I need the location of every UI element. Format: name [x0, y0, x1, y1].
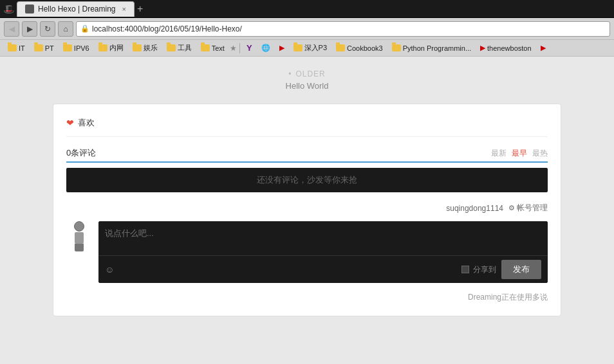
bookmark-pt[interactable]: PT	[30, 43, 58, 53]
avatar-legs	[75, 244, 84, 251]
avatar-body	[75, 232, 84, 244]
lock-icon: 🔒	[80, 24, 89, 33]
no-comments-text: 还没有评论，沙发等你来抢	[257, 175, 357, 185]
bookmark-text[interactable]: Text	[197, 43, 228, 53]
title-bar: 🎩 Hello Hexo | Dreaming × +	[0, 0, 614, 18]
share-section: 分享到	[461, 264, 496, 275]
sort-newest[interactable]: 最新	[491, 148, 507, 159]
nav-bar: ◀ ▶ ↻ ⌂ 🔒 localhost:4000/blog/2016/05/19…	[0, 18, 614, 40]
comment-box: ❤ 喜欢 0条评论 最新 最早 最热 还没有评论，沙发等你来抢 suqingdo…	[53, 104, 561, 316]
reload-button[interactable]: ↻	[40, 21, 55, 37]
bookmark-python[interactable]: Python Programmin...	[388, 43, 475, 53]
comment-toolbar: ☺ 分享到 发布	[98, 255, 548, 283]
like-section: ❤ 喜欢	[66, 117, 548, 137]
bookmark-tools[interactable]: 工具	[163, 42, 196, 54]
bookmark-it[interactable]: IT	[4, 43, 29, 53]
user-section: suqingdong1114 ⚙ 帐号管理	[66, 203, 548, 214]
star-icon: ★	[230, 44, 237, 53]
folder-icon	[293, 44, 302, 51]
footer-text: Dreaming正在使用多说	[66, 292, 548, 303]
sort-oldest[interactable]: 最早	[512, 148, 527, 159]
avatar-head	[74, 221, 84, 232]
folder-icon	[201, 44, 210, 51]
older-post-link[interactable]: Hello World	[286, 81, 329, 91]
bookmark-cookbook[interactable]: Cookbook3	[332, 43, 387, 53]
forward-button[interactable]: ▶	[22, 21, 37, 37]
folder-icon	[336, 44, 345, 51]
tab-favicon	[25, 5, 34, 14]
separator	[239, 43, 240, 53]
bookmark-youtube[interactable]: ▶	[275, 42, 288, 53]
gear-icon: ⚙	[508, 204, 515, 212]
folder-icon	[392, 44, 401, 51]
comment-textarea[interactable]	[98, 221, 548, 253]
folder-icon	[8, 44, 17, 51]
bookmark-youtube2[interactable]: ▶	[537, 42, 550, 53]
bookmark-intranet[interactable]: 内网	[95, 42, 127, 54]
footer-content: Dreaming正在使用多说	[468, 293, 548, 302]
account-mgmt-label: 帐号管理	[517, 203, 548, 214]
tab-title: Hello Hexo | Dreaming	[38, 5, 116, 14]
like-text: 喜欢	[78, 117, 95, 129]
bookmark-thenewboston[interactable]: ▶ thenewboston	[476, 42, 535, 53]
page-content: OLDER Hello World ❤ 喜欢 0条评论 最新 最早 最热 还没有…	[0, 57, 614, 364]
bookmark-entertainment[interactable]: 娱乐	[129, 42, 162, 54]
address-bar[interactable]: 🔒 localhost:4000/blog/2016/05/19/Hello-H…	[76, 21, 610, 37]
folder-icon	[167, 44, 176, 51]
older-label: OLDER	[286, 69, 329, 78]
share-checkbox[interactable]	[461, 266, 469, 273]
back-button[interactable]: ◀	[4, 21, 19, 37]
comments-header: 0条评论 最新 最早 最热	[66, 147, 548, 163]
bookmark-yahoo[interactable]: Y	[243, 42, 256, 54]
heart-icon: ❤	[66, 118, 74, 128]
url-text: localhost:4000/blog/2016/05/19/Hello-Hex…	[92, 24, 242, 33]
new-tab-button[interactable]: +	[137, 3, 143, 15]
browser-tab[interactable]: Hello Hexo | Dreaming ×	[17, 1, 135, 17]
avatar	[66, 221, 92, 253]
avatar-figure	[69, 221, 89, 252]
submit-button[interactable]: 发布	[501, 260, 541, 279]
post-navigation: OLDER Hello World	[286, 69, 329, 91]
folder-icon	[98, 44, 107, 51]
no-comments-bar: 还没有评论，沙发等你来抢	[66, 168, 548, 192]
tab-close-button[interactable]: ×	[122, 5, 126, 13]
sort-hottest[interactable]: 最热	[532, 148, 548, 159]
comments-count: 0条评论	[66, 147, 96, 159]
share-label: 分享到	[473, 264, 496, 275]
browser-icon: 🎩	[3, 3, 14, 15]
bookmarks-bar: IT PT IPV6 内网 娱乐 工具 Text ★ Y 🌐 ▶ 深入P3 Co…	[0, 40, 614, 57]
comment-input-wrapper: ☺ 分享到 发布	[98, 221, 548, 283]
folder-icon	[63, 44, 72, 51]
home-button[interactable]: ⌂	[58, 21, 73, 37]
bookmark-deep-p3[interactable]: 深入P3	[290, 42, 331, 54]
account-management[interactable]: ⚙ 帐号管理	[508, 203, 548, 214]
bookmark-globe[interactable]: 🌐	[257, 42, 274, 53]
folder-icon	[133, 44, 142, 51]
emoji-button[interactable]: ☺	[105, 264, 114, 275]
folder-icon	[34, 44, 43, 51]
sort-options: 最新 最早 最热	[491, 148, 548, 159]
username: suqingdong1114	[446, 204, 503, 213]
comment-input-area: ☺ 分享到 发布	[66, 221, 548, 283]
bookmark-ipv6[interactable]: IPV6	[59, 43, 93, 53]
